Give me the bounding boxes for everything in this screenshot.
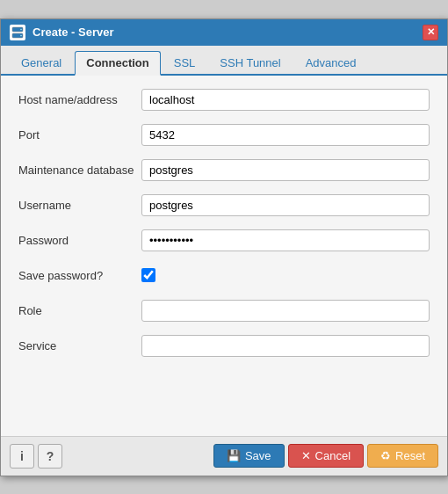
footer-left: i ? xyxy=(10,444,62,469)
maintenance-db-row: Maintenance database xyxy=(18,159,430,185)
reset-label: Reset xyxy=(395,449,425,462)
service-label: Service xyxy=(18,335,141,352)
svg-point-2 xyxy=(20,28,22,30)
port-label: Port xyxy=(18,124,141,142)
tab-ssh-tunnel[interactable]: SSH Tunnel xyxy=(208,51,292,74)
spacer xyxy=(18,370,430,423)
title-bar-left: Create - Server xyxy=(10,25,114,40)
tab-general[interactable]: General xyxy=(10,51,73,74)
svg-point-3 xyxy=(20,34,22,36)
server-icon xyxy=(10,25,25,40)
help-button[interactable]: ? xyxy=(38,444,62,469)
save-button[interactable]: 💾 Save xyxy=(213,444,285,468)
password-label: Password xyxy=(18,229,141,247)
password-row: Password xyxy=(18,229,430,256)
port-input[interactable] xyxy=(141,124,430,146)
save-password-checkbox[interactable] xyxy=(141,268,155,282)
service-row: Service xyxy=(18,335,430,361)
role-input[interactable] xyxy=(141,300,430,322)
tab-advanced[interactable]: Advanced xyxy=(294,51,368,74)
tab-ssl[interactable]: SSL xyxy=(163,51,207,74)
username-label: Username xyxy=(18,194,141,212)
save-icon: 💾 xyxy=(227,449,241,462)
reset-icon: ♻ xyxy=(380,449,391,462)
tab-bar: General Connection SSL SSH Tunnel Advanc… xyxy=(1,46,447,76)
maintenance-db-input[interactable] xyxy=(141,159,430,181)
role-row: Role xyxy=(18,300,430,326)
host-row: Host name/address xyxy=(18,89,430,115)
username-input[interactable] xyxy=(141,194,430,216)
maintenance-db-label: Maintenance database xyxy=(18,159,141,177)
create-server-dialog: Create - Server ✕ General Connection SSL… xyxy=(0,18,448,476)
service-input[interactable] xyxy=(141,335,430,357)
tab-connection[interactable]: Connection xyxy=(75,51,161,76)
reset-button[interactable]: ♻ Reset xyxy=(367,444,438,468)
cancel-icon: ✕ xyxy=(301,449,311,462)
close-button[interactable]: ✕ xyxy=(423,25,438,40)
cancel-button[interactable]: ✕ Cancel xyxy=(288,444,364,468)
password-input[interactable] xyxy=(141,229,430,251)
info-button[interactable]: i xyxy=(10,444,34,469)
window-title: Create - Server xyxy=(33,25,114,39)
footer-right: 💾 Save ✕ Cancel ♻ Reset xyxy=(213,444,438,468)
host-input[interactable] xyxy=(141,89,430,111)
cancel-label: Cancel xyxy=(315,449,350,462)
host-label: Host name/address xyxy=(18,89,141,106)
form-content: Host name/address Port Maintenance datab… xyxy=(1,76,447,436)
save-password-row: Save password? xyxy=(18,265,430,291)
footer: i ? 💾 Save ✕ Cancel ♻ Reset xyxy=(1,436,447,476)
role-label: Role xyxy=(18,300,141,317)
username-row: Username xyxy=(18,194,430,221)
title-bar: Create - Server ✕ xyxy=(1,19,447,46)
save-label: Save xyxy=(245,449,271,462)
save-password-checkbox-wrapper xyxy=(141,265,155,282)
save-password-label: Save password? xyxy=(18,265,141,282)
port-row: Port xyxy=(18,124,430,150)
